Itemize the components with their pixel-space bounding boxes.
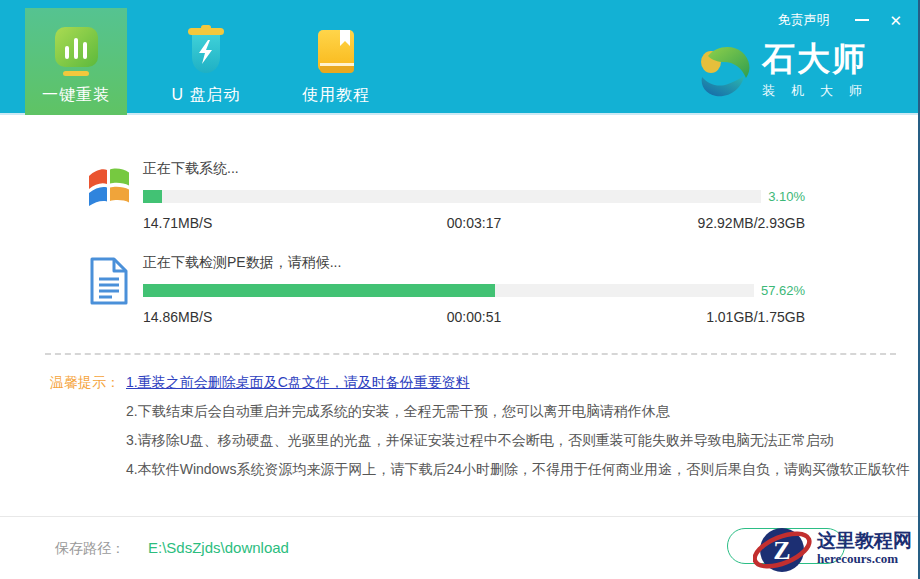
tab-label: U 盘启动	[172, 85, 241, 106]
tab-usb-boot[interactable]: U 盘启动	[155, 8, 257, 115]
dotted-separator	[45, 353, 896, 355]
download-time-remaining: 00:03:17	[447, 215, 502, 231]
titlebar-controls: 免责声明 ✕	[777, 11, 902, 29]
logo-subtitle: 装机大师	[762, 82, 878, 100]
download-body: 正在下载系统... 3.10% 14.71MB/S 00:03:17 92.92…	[143, 160, 805, 231]
download-icon-box	[85, 254, 133, 325]
download-icon-box	[85, 160, 133, 231]
tips-label: 温馨提示：	[50, 368, 126, 484]
app-header: 一键重装 U 盘启动	[0, 0, 918, 115]
windows-logo-icon	[85, 162, 133, 210]
progress-bar-pe-data	[143, 284, 754, 297]
download-status-label: 正在下载检测PE数据，请稍候...	[143, 254, 805, 272]
app-logo: 石大师 装机大师	[698, 42, 878, 100]
tab-tutorial[interactable]: 使用教程	[285, 8, 387, 115]
progress-percent: 3.10%	[761, 189, 805, 204]
progress-bar-system	[143, 190, 761, 203]
footer-bar: 保存路径： E:\SdsZjds\download 取消 Z 这里教程网 her…	[0, 516, 918, 579]
app-window: 一键重装 U 盘启动	[0, 0, 920, 579]
tip-line-license-notice: 4.本软件Windows系统资源均来源于网上，请下载后24小时删除，不得用于任何…	[126, 455, 910, 484]
download-time-remaining: 00:00:51	[447, 309, 502, 325]
download-size: 1.01GB/1.75GB	[706, 309, 805, 325]
progress-row: 3.10%	[143, 189, 805, 204]
download-status-label: 正在下载系统...	[143, 160, 805, 178]
bar-chart-icon	[55, 27, 98, 67]
nav-tabs: 一键重装 U 盘启动	[25, 8, 387, 115]
document-icon	[89, 256, 129, 306]
watermark: Z 这里教程网 herecours.com	[753, 520, 916, 577]
tab-icon-box	[314, 22, 358, 76]
tip-line-remove-devices: 3.请移除U盘、移动硬盘、光驱里的光盘，并保证安装过程中不会断电，否则重装可能失…	[126, 426, 910, 455]
book-icon	[314, 28, 358, 76]
tips-list: 1.重装之前会删除桌面及C盘文件，请及时备份重要资料 2.下载结束后会自动重启并…	[126, 368, 910, 484]
tab-label: 一键重装	[42, 85, 110, 106]
download-info-row: 14.71MB/S 00:03:17 92.92MB/2.93GB	[143, 215, 805, 231]
download-section-pe-data: 正在下载检测PE数据，请稍候... 57.62% 14.86MB/S 00:00…	[85, 254, 805, 325]
save-path-label: 保存路径：	[55, 540, 125, 558]
watermark-z-logo: Z	[753, 520, 815, 577]
tab-icon-box	[55, 22, 98, 76]
tab-label: 使用教程	[302, 85, 370, 106]
tab-one-key-reinstall[interactable]: 一键重装	[25, 8, 127, 115]
tip-line-auto-restart: 2.下载结束后会自动重启并完成系统的安装，全程无需干预，您可以离开电脑请稍作休息	[126, 397, 910, 426]
progress-fill	[143, 284, 495, 297]
logo-swirl-icon	[698, 43, 752, 99]
watermark-letter: Z	[773, 536, 790, 565]
logo-text: 石大师 装机大师	[762, 42, 878, 100]
disclaimer-link[interactable]: 免责声明	[777, 11, 829, 29]
progress-fill	[143, 190, 162, 203]
close-icon[interactable]: ✕	[889, 13, 902, 28]
download-body: 正在下载检测PE数据，请稍候... 57.62% 14.86MB/S 00:00…	[143, 254, 805, 325]
download-speed: 14.71MB/S	[143, 215, 212, 231]
tips-section: 温馨提示： 1.重装之前会删除桌面及C盘文件，请及时备份重要资料 2.下载结束后…	[50, 368, 893, 484]
watermark-site-name: 这里教程网	[817, 530, 912, 552]
logo-title: 石大师	[762, 42, 878, 75]
minimize-icon[interactable]	[855, 19, 869, 21]
progress-row: 57.62%	[143, 283, 805, 298]
download-info-row: 14.86MB/S 00:00:51 1.01GB/1.75GB	[143, 309, 805, 325]
download-section-system: 正在下载系统... 3.10% 14.71MB/S 00:03:17 92.92…	[85, 160, 805, 231]
save-path-value: E:\SdsZjds\download	[148, 539, 289, 556]
tip-line-backup-warning[interactable]: 1.重装之前会删除桌面及C盘文件，请及时备份重要资料	[126, 368, 910, 397]
active-tab-underline	[63, 71, 89, 76]
watermark-site-url: herecours.com	[817, 551, 912, 567]
usb-shield-icon	[184, 24, 228, 76]
tab-icon-box	[184, 22, 228, 76]
download-speed: 14.86MB/S	[143, 309, 212, 325]
progress-percent: 57.62%	[754, 283, 805, 298]
download-size: 92.92MB/2.93GB	[698, 215, 805, 231]
watermark-text: 这里教程网 herecours.com	[817, 530, 916, 568]
